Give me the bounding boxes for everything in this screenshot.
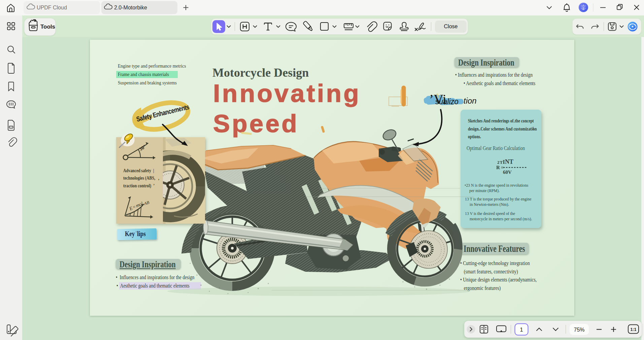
svg-text:E = mc²: E = mc² — [128, 200, 144, 212]
svg-text:1: 1 — [520, 327, 523, 333]
svg-text:1:1: 1:1 — [630, 327, 636, 332]
svg-text:75%: 75% — [574, 327, 584, 333]
svg-text:AB: AB — [143, 200, 150, 206]
